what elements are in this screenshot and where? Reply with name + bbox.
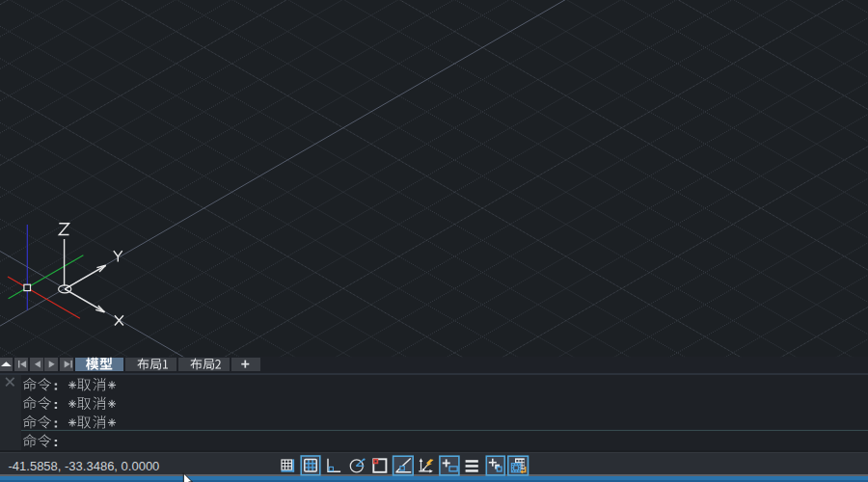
svg-text:-41.5858, -33.3486, 0.0000: -41.5858, -33.3486, 0.0000 [9, 459, 160, 473]
